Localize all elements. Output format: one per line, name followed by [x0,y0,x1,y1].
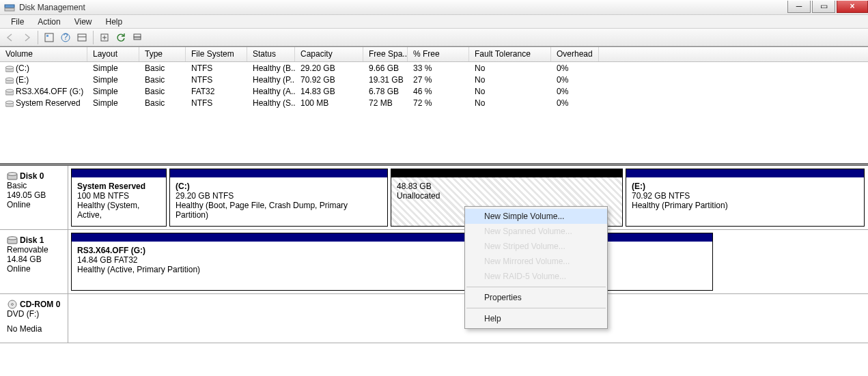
disk-icon [7,235,18,245]
cell-over: 0% [551,63,599,73]
cell-fault: No [469,98,551,108]
disk-kind: Basic [7,181,61,190]
partition-body: RS3.X64.OFF (G:)14.84 GB FAT32Healthy (A… [72,242,712,290]
partition-line3: Healthy (Boot, Page File, Crash Dump, Pr… [176,201,382,220]
partition-header-bar [391,169,622,177]
title-bar: Disk Management ─ ▭ × [0,0,868,15]
partition-block[interactable]: RS3.X64.OFF (G:)14.84 GB FAT32Healthy (A… [71,233,713,291]
svg-point-14 [5,78,14,81]
disk-name: Disk 0 [20,171,44,181]
ctx-help[interactable]: Help [465,311,607,326]
disk-kind: Removable [7,245,61,255]
col-layout[interactable]: Layout [87,47,139,61]
drive-icon [5,100,14,106]
disk-state: Online [7,264,61,274]
window-title: Disk Management [19,3,85,12]
cell-free: 19.31 GB [363,75,408,85]
cell-over: 0% [551,87,599,96]
svg-point-18 [5,101,14,104]
partition-title: (C:) [176,182,382,191]
drive-icon [5,76,14,83]
minimize-button[interactable]: ─ [787,1,811,13]
disk-name: CD-ROM 0 [20,300,60,309]
partition-line2: 29.20 GB NTFS [176,191,382,201]
partition-body: System Reserved100 MB NTFSHealthy (Syste… [72,177,166,226]
toolbar-button-3[interactable] [74,30,89,45]
col-free[interactable]: Free Spa... [363,47,408,61]
col-filesystem[interactable]: File System [186,47,247,61]
col-fault[interactable]: Fault Tolerance [469,47,551,61]
forward-button[interactable] [19,30,34,45]
help-icon[interactable]: ? [58,30,73,45]
volume-row[interactable]: (C:)SimpleBasicNTFSHealthy (B...29.20 GB… [0,62,868,74]
cell-status: Healthy (P... [247,75,295,85]
disk-label-panel: Disk 1Removable14.84 GBOnline [0,230,68,293]
menu-action[interactable]: Action [31,15,67,29]
cell-layout: Simple [87,87,139,96]
cell-layout: Simple [87,98,139,108]
disk-row: Disk 1Removable14.84 GBOnlineRS3.X64.OFF… [0,230,868,294]
svg-rect-9 [134,37,141,40]
cell-capacity: 14.83 GB [295,87,363,96]
disk-size: 149.05 GB [7,190,61,200]
partition-block[interactable]: System Reserved100 MB NTFSHealthy (Syste… [71,169,167,227]
partition-title: (E:) [632,182,858,191]
svg-rect-3 [46,35,48,37]
svg-point-12 [5,66,14,69]
volume-row[interactable]: RS3.X64.OFF (G:)SimpleBasicFAT32Healthy … [0,85,868,97]
ctx-new-mirrored-volume: New Mirrored Volume... [465,254,607,269]
maximize-button[interactable]: ▭ [812,1,835,13]
col-overhead[interactable]: Overhead [551,47,599,61]
cell-capacity: 29.20 GB [295,63,363,73]
cell-fs: FAT32 [186,87,247,96]
volume-row[interactable]: System ReservedSimpleBasicNTFSHealthy (S… [0,97,868,109]
partition-header-bar [72,169,166,177]
partition-block[interactable]: (E:)70.92 GB NTFSHealthy (Primary Partit… [626,169,865,227]
partition-line2: 14.84 GB FAT32 [77,255,707,265]
ctx-new-striped-volume: New Striped Volume... [465,239,607,254]
disk-label-panel: CD-ROM 0DVD (F:)No Media [0,294,68,343]
disk-label-panel: Disk 0Basic149.05 GBOnline [0,166,68,229]
cell-free: 9.66 GB [363,63,408,73]
window-buttons: ─ ▭ × [786,1,868,14]
volume-name: System Reserved [16,98,81,108]
toolbar: ? [0,29,868,46]
partition-line3: Healthy (Primary Partition) [632,201,858,210]
volume-row[interactable]: (E:)SimpleBasicNTFSHealthy (P...70.92 GB… [0,74,868,85]
partition-line3: Healthy (System, Active, [77,201,160,220]
col-type[interactable]: Type [139,47,186,61]
col-pctfree[interactable]: % Free [408,47,469,61]
svg-point-22 [8,237,17,240]
menu-file[interactable]: File [4,15,31,29]
disk-state: Online [7,200,61,209]
cell-over: 0% [551,98,599,108]
app-icon [4,2,15,13]
col-volume[interactable]: Volume [0,47,87,61]
toolbar-button-4[interactable] [97,30,112,45]
ctx-properties[interactable]: Properties [465,290,607,305]
close-button[interactable]: × [837,1,868,13]
refresh-icon[interactable] [113,30,128,45]
disk-icon [7,171,18,181]
cell-pct: 27 % [408,75,469,85]
menu-help[interactable]: Help [99,15,130,29]
svg-point-16 [5,89,14,92]
cell-layout: Simple [87,75,139,85]
disk-icon [7,300,18,309]
partition-body: (E:)70.92 GB NTFSHealthy (Primary Partit… [626,177,864,226]
back-button[interactable] [3,30,18,45]
cell-layout: Simple [87,63,139,73]
partition-header-bar [170,169,387,177]
svg-text:?: ? [64,33,68,42]
cell-capacity: 100 MB [295,98,363,108]
menu-view[interactable]: View [68,15,99,29]
toolbar-button-1[interactable] [42,30,57,45]
svg-rect-0 [5,5,14,8]
toolbar-button-6[interactable] [130,30,145,45]
cell-status: Healthy (A... [247,87,295,96]
ctx-new-simple-volume[interactable]: New Simple Volume... [465,209,607,224]
col-status[interactable]: Status [247,47,295,61]
col-capacity[interactable]: Capacity [295,47,363,61]
partition-block[interactable]: (C:)29.20 GB NTFSHealthy (Boot, Page Fil… [169,169,388,227]
partition-line2: 100 MB NTFS [77,191,160,201]
